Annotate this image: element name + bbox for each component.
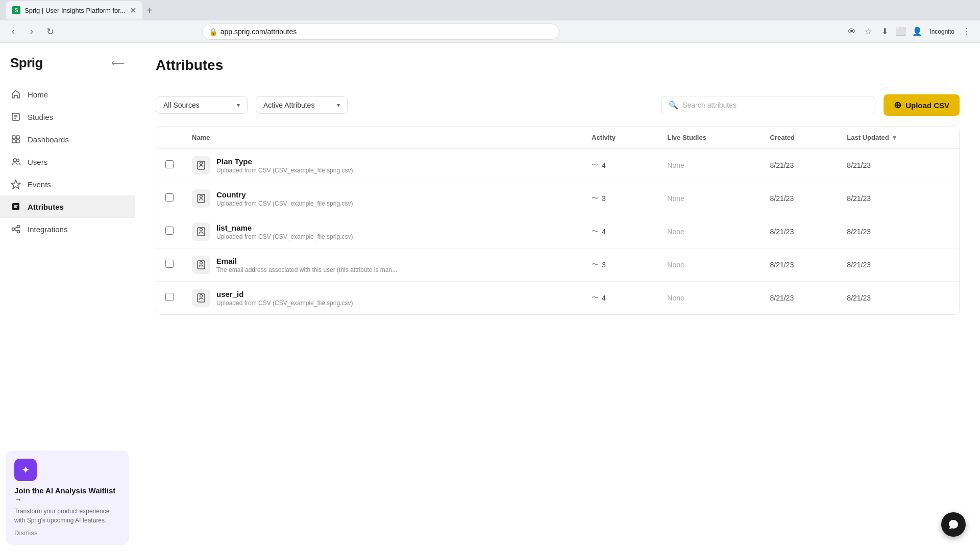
row-3-checkbox[interactable] [165, 227, 174, 235]
source-filter-label: All Sources [163, 101, 200, 109]
tab-close-btn[interactable]: ✕ [130, 6, 136, 15]
row-2-activity-value: 3 [602, 194, 606, 203]
row-5-checkbox-cell[interactable] [156, 282, 183, 315]
tab-title: Sprig | User Insights Platform for... [24, 7, 126, 14]
lens-icon[interactable]: 👁 [845, 24, 859, 39]
sidebar-item-attributes[interactable]: Attributes [0, 195, 135, 218]
row-4-attr-info: Email The email address associated with … [192, 256, 573, 274]
row-4-checkbox[interactable] [165, 260, 174, 268]
row-3-checkbox-cell[interactable] [156, 215, 183, 248]
row-3-attr-icon [192, 222, 210, 241]
upload-csv-btn[interactable]: ⊕ Upload CSV [884, 94, 960, 116]
row-5-attr-name: user_id [216, 290, 353, 298]
refresh-btn[interactable]: ↻ [43, 24, 57, 39]
sidebar-item-attributes-label: Attributes [28, 203, 64, 211]
row-1-attr-info: Plan Type Uploaded from CSV (CSV_example… [192, 156, 573, 174]
sidebar-item-integrations[interactable]: Integrations [0, 218, 135, 240]
row-5-last-updated: 8/21/23 [847, 294, 871, 302]
row-2-name-cell: Country Uploaded from CSV (CSV_example_f… [183, 182, 582, 215]
sidebar-nav: Home Studies [0, 79, 135, 444]
row-5-created: 8/21/23 [770, 294, 794, 302]
row-2-checkbox-cell[interactable] [156, 182, 183, 215]
sidebar-item-dashboards[interactable]: Dashboards [0, 128, 135, 151]
search-icon: 🔍 [669, 101, 678, 110]
th-last-updated[interactable]: Last Updated ▾ [838, 127, 959, 149]
sidebar: Sprig ⟵ Home [0, 43, 135, 551]
attributes-icon [10, 201, 21, 212]
sort-arrow-icon: ▾ [893, 134, 896, 141]
lock-icon: 🔒 [209, 28, 217, 36]
users-icon [10, 156, 21, 167]
browser-actions: 👁 ☆ ⬇ ⬜ 👤 Incognito ⋮ [845, 24, 974, 39]
table-row: list_name Uploaded from CSV (CSV_example… [156, 215, 959, 248]
back-btn[interactable]: ‹ [6, 24, 20, 39]
page-title: Attributes [156, 57, 960, 73]
row-1-created-cell: 8/21/23 [761, 149, 838, 182]
svg-line-16 [15, 230, 17, 231]
row-4-live-studies-cell: None [658, 248, 761, 282]
row-2-checkbox[interactable] [165, 193, 174, 202]
table-header: Name Activity Live Studies Created Last … [156, 127, 959, 149]
address-bar[interactable]: 🔒 app.sprig.com/attributes [202, 23, 559, 40]
ai-promo-dismiss-btn[interactable]: Dismiss [14, 529, 120, 537]
activity-chart-icon: 〜 [592, 161, 599, 170]
th-name: Name [183, 127, 582, 149]
row-1-checkbox[interactable] [165, 160, 174, 168]
sidebar-item-studies-label: Studies [28, 113, 53, 121]
row-3-created-cell: 8/21/23 [761, 215, 838, 248]
attributes-table-container: Name Activity Live Studies Created Last … [156, 126, 960, 315]
forward-btn[interactable]: › [24, 24, 39, 39]
svg-point-14 [17, 231, 20, 233]
sidebar-item-users[interactable]: Users [0, 151, 135, 173]
row-4-attr-name: Email [216, 257, 397, 265]
sidebar-item-events[interactable]: Events [0, 173, 135, 195]
row-2-attr-icon [192, 189, 210, 208]
row-5-updated-cell: 8/21/23 [838, 282, 959, 315]
row-3-attr-source: Uploaded from CSV (CSV_example_file spri… [216, 233, 353, 240]
status-filter-dropdown[interactable]: Active Attributes ▾ [256, 96, 348, 114]
new-tab-btn[interactable]: + [142, 3, 157, 17]
row-4-checkbox-cell[interactable] [156, 248, 183, 282]
row-2-created: 8/21/23 [770, 194, 794, 203]
active-tab[interactable]: S Sprig | User Insights Platform for... … [6, 1, 142, 19]
attributes-table: Name Activity Live Studies Created Last … [156, 127, 959, 314]
source-filter-dropdown[interactable]: All Sources ▾ [156, 96, 248, 114]
row-1-created: 8/21/23 [770, 161, 794, 169]
sidebar-item-studies[interactable]: Studies [0, 106, 135, 128]
ai-promo-card: ✦ Join the AI Analysis Waitlist → Transf… [6, 450, 129, 545]
row-1-checkbox-cell[interactable] [156, 149, 183, 182]
row-1-activity-cell: 〜 4 [582, 149, 658, 182]
row-4-last-updated: 8/21/23 [847, 261, 871, 269]
status-filter-arrow-icon: ▾ [337, 102, 340, 109]
table-row: Email The email address associated with … [156, 248, 959, 282]
download-icon[interactable]: ⬇ [877, 24, 892, 39]
device-icon[interactable]: ⬜ [894, 24, 908, 39]
chat-support-btn[interactable] [941, 512, 966, 537]
svg-rect-6 [12, 140, 15, 143]
svg-point-9 [17, 159, 19, 162]
sidebar-collapse-btn[interactable]: ⟵ [111, 58, 125, 69]
row-3-live-studies-cell: None [658, 215, 761, 248]
row-1-live-studies-cell: None [658, 149, 761, 182]
ai-promo-title[interactable]: Join the AI Analysis Waitlist → [14, 486, 120, 504]
source-filter-arrow-icon: ▾ [237, 102, 240, 109]
row-5-checkbox[interactable] [165, 293, 174, 301]
row-4-activity-value: 3 [602, 261, 606, 269]
sidebar-item-home[interactable]: Home [0, 83, 135, 106]
ai-promo-description: Transform your product experience with S… [14, 507, 120, 525]
row-1-attr-details: Plan Type Uploaded from CSV (CSV_example… [216, 157, 353, 174]
bookmark-icon[interactable]: ☆ [861, 24, 875, 39]
row-3-attr-details: list_name Uploaded from CSV (CSV_example… [216, 223, 353, 240]
browser-chrome: S Sprig | User Insights Platform for... … [0, 0, 980, 43]
home-icon [10, 89, 21, 100]
activity-chart-icon: 〜 [592, 227, 599, 236]
menu-icon[interactable]: ⋮ [960, 24, 974, 39]
row-2-attr-name: Country [216, 190, 353, 199]
profile-icon[interactable]: 👤 [910, 24, 924, 39]
search-input[interactable] [682, 101, 868, 109]
svg-rect-5 [16, 136, 19, 139]
row-5-live-studies-cell: None [658, 282, 761, 315]
table-row: user_id Uploaded from CSV (CSV_example_f… [156, 282, 959, 315]
row-1-attr-icon [192, 156, 210, 174]
svg-point-20 [200, 195, 203, 198]
